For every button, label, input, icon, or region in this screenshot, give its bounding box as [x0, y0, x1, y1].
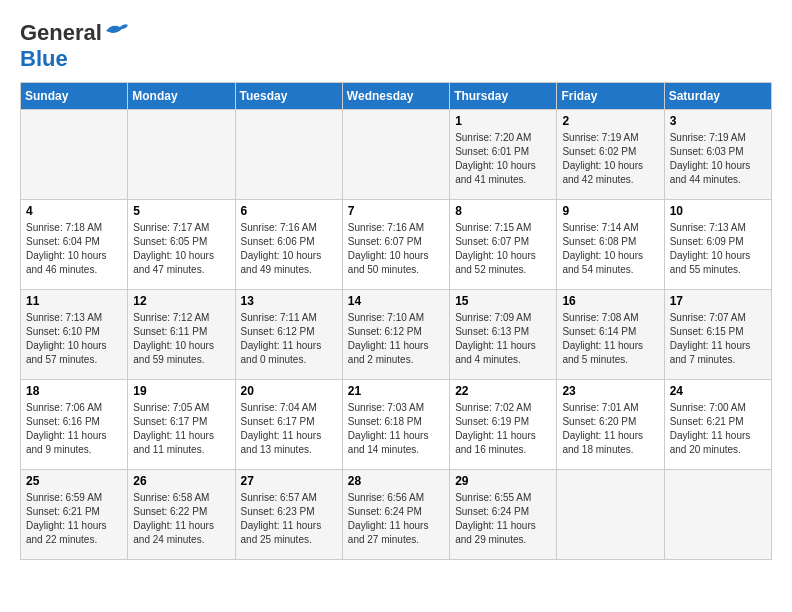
- day-info: Sunrise: 7:14 AMSunset: 6:08 PMDaylight:…: [562, 221, 658, 277]
- calendar-cell: 3Sunrise: 7:19 AMSunset: 6:03 PMDaylight…: [664, 110, 771, 200]
- day-number: 15: [455, 294, 551, 308]
- calendar-header-row: SundayMondayTuesdayWednesdayThursdayFrid…: [21, 83, 772, 110]
- calendar-cell: 27Sunrise: 6:57 AMSunset: 6:23 PMDayligh…: [235, 470, 342, 560]
- calendar-cell: [21, 110, 128, 200]
- day-number: 23: [562, 384, 658, 398]
- day-number: 1: [455, 114, 551, 128]
- day-info: Sunrise: 7:11 AMSunset: 6:12 PMDaylight:…: [241, 311, 337, 367]
- day-number: 4: [26, 204, 122, 218]
- calendar-cell: 26Sunrise: 6:58 AMSunset: 6:22 PMDayligh…: [128, 470, 235, 560]
- calendar-cell: 14Sunrise: 7:10 AMSunset: 6:12 PMDayligh…: [342, 290, 449, 380]
- calendar-cell: 22Sunrise: 7:02 AMSunset: 6:19 PMDayligh…: [450, 380, 557, 470]
- day-info: Sunrise: 7:16 AMSunset: 6:07 PMDaylight:…: [348, 221, 444, 277]
- calendar-cell: 9Sunrise: 7:14 AMSunset: 6:08 PMDaylight…: [557, 200, 664, 290]
- calendar-cell: 4Sunrise: 7:18 AMSunset: 6:04 PMDaylight…: [21, 200, 128, 290]
- day-info: Sunrise: 7:19 AMSunset: 6:03 PMDaylight:…: [670, 131, 766, 187]
- calendar-cell: 1Sunrise: 7:20 AMSunset: 6:01 PMDaylight…: [450, 110, 557, 200]
- day-number: 6: [241, 204, 337, 218]
- calendar-cell: 2Sunrise: 7:19 AMSunset: 6:02 PMDaylight…: [557, 110, 664, 200]
- day-number: 12: [133, 294, 229, 308]
- calendar-cell: 13Sunrise: 7:11 AMSunset: 6:12 PMDayligh…: [235, 290, 342, 380]
- day-number: 10: [670, 204, 766, 218]
- day-info: Sunrise: 7:17 AMSunset: 6:05 PMDaylight:…: [133, 221, 229, 277]
- column-header-friday: Friday: [557, 83, 664, 110]
- day-number: 14: [348, 294, 444, 308]
- calendar-week-5: 25Sunrise: 6:59 AMSunset: 6:21 PMDayligh…: [21, 470, 772, 560]
- calendar-cell: 18Sunrise: 7:06 AMSunset: 6:16 PMDayligh…: [21, 380, 128, 470]
- calendar-cell: 15Sunrise: 7:09 AMSunset: 6:13 PMDayligh…: [450, 290, 557, 380]
- day-info: Sunrise: 7:04 AMSunset: 6:17 PMDaylight:…: [241, 401, 337, 457]
- day-number: 25: [26, 474, 122, 488]
- day-number: 26: [133, 474, 229, 488]
- calendar-cell: [664, 470, 771, 560]
- day-info: Sunrise: 7:18 AMSunset: 6:04 PMDaylight:…: [26, 221, 122, 277]
- calendar-cell: 5Sunrise: 7:17 AMSunset: 6:05 PMDaylight…: [128, 200, 235, 290]
- day-number: 9: [562, 204, 658, 218]
- column-header-monday: Monday: [128, 83, 235, 110]
- day-info: Sunrise: 7:03 AMSunset: 6:18 PMDaylight:…: [348, 401, 444, 457]
- calendar-cell: 7Sunrise: 7:16 AMSunset: 6:07 PMDaylight…: [342, 200, 449, 290]
- calendar-body: 1Sunrise: 7:20 AMSunset: 6:01 PMDaylight…: [21, 110, 772, 560]
- page-header: General Blue: [20, 20, 772, 72]
- calendar-cell: 24Sunrise: 7:00 AMSunset: 6:21 PMDayligh…: [664, 380, 771, 470]
- day-info: Sunrise: 6:59 AMSunset: 6:21 PMDaylight:…: [26, 491, 122, 547]
- logo-general: General: [20, 20, 102, 46]
- day-number: 19: [133, 384, 229, 398]
- column-header-sunday: Sunday: [21, 83, 128, 110]
- calendar-cell: 19Sunrise: 7:05 AMSunset: 6:17 PMDayligh…: [128, 380, 235, 470]
- calendar-cell: [342, 110, 449, 200]
- calendar-cell: 16Sunrise: 7:08 AMSunset: 6:14 PMDayligh…: [557, 290, 664, 380]
- day-number: 8: [455, 204, 551, 218]
- calendar-cell: 12Sunrise: 7:12 AMSunset: 6:11 PMDayligh…: [128, 290, 235, 380]
- day-number: 17: [670, 294, 766, 308]
- calendar-cell: 23Sunrise: 7:01 AMSunset: 6:20 PMDayligh…: [557, 380, 664, 470]
- day-info: Sunrise: 7:02 AMSunset: 6:19 PMDaylight:…: [455, 401, 551, 457]
- logo-blue: Blue: [20, 46, 68, 72]
- day-info: Sunrise: 7:12 AMSunset: 6:11 PMDaylight:…: [133, 311, 229, 367]
- day-info: Sunrise: 7:16 AMSunset: 6:06 PMDaylight:…: [241, 221, 337, 277]
- calendar-table: SundayMondayTuesdayWednesdayThursdayFrid…: [20, 82, 772, 560]
- day-number: 22: [455, 384, 551, 398]
- day-number: 11: [26, 294, 122, 308]
- day-info: Sunrise: 7:13 AMSunset: 6:10 PMDaylight:…: [26, 311, 122, 367]
- day-number: 13: [241, 294, 337, 308]
- day-info: Sunrise: 7:05 AMSunset: 6:17 PMDaylight:…: [133, 401, 229, 457]
- day-info: Sunrise: 7:08 AMSunset: 6:14 PMDaylight:…: [562, 311, 658, 367]
- logo: General Blue: [20, 20, 130, 72]
- day-info: Sunrise: 7:00 AMSunset: 6:21 PMDaylight:…: [670, 401, 766, 457]
- calendar-cell: [235, 110, 342, 200]
- calendar-week-1: 1Sunrise: 7:20 AMSunset: 6:01 PMDaylight…: [21, 110, 772, 200]
- calendar-week-3: 11Sunrise: 7:13 AMSunset: 6:10 PMDayligh…: [21, 290, 772, 380]
- day-number: 2: [562, 114, 658, 128]
- calendar-cell: 25Sunrise: 6:59 AMSunset: 6:21 PMDayligh…: [21, 470, 128, 560]
- day-info: Sunrise: 6:57 AMSunset: 6:23 PMDaylight:…: [241, 491, 337, 547]
- day-info: Sunrise: 6:56 AMSunset: 6:24 PMDaylight:…: [348, 491, 444, 547]
- column-header-wednesday: Wednesday: [342, 83, 449, 110]
- day-number: 28: [348, 474, 444, 488]
- logo-bird-icon: [104, 21, 130, 41]
- calendar-cell: 29Sunrise: 6:55 AMSunset: 6:24 PMDayligh…: [450, 470, 557, 560]
- day-info: Sunrise: 7:19 AMSunset: 6:02 PMDaylight:…: [562, 131, 658, 187]
- day-info: Sunrise: 7:20 AMSunset: 6:01 PMDaylight:…: [455, 131, 551, 187]
- day-number: 16: [562, 294, 658, 308]
- calendar-cell: 8Sunrise: 7:15 AMSunset: 6:07 PMDaylight…: [450, 200, 557, 290]
- day-number: 21: [348, 384, 444, 398]
- day-info: Sunrise: 7:01 AMSunset: 6:20 PMDaylight:…: [562, 401, 658, 457]
- column-header-saturday: Saturday: [664, 83, 771, 110]
- day-info: Sunrise: 7:09 AMSunset: 6:13 PMDaylight:…: [455, 311, 551, 367]
- calendar-cell: 17Sunrise: 7:07 AMSunset: 6:15 PMDayligh…: [664, 290, 771, 380]
- day-number: 29: [455, 474, 551, 488]
- day-number: 18: [26, 384, 122, 398]
- day-info: Sunrise: 6:55 AMSunset: 6:24 PMDaylight:…: [455, 491, 551, 547]
- day-number: 5: [133, 204, 229, 218]
- day-number: 24: [670, 384, 766, 398]
- calendar-cell: 6Sunrise: 7:16 AMSunset: 6:06 PMDaylight…: [235, 200, 342, 290]
- day-number: 27: [241, 474, 337, 488]
- day-info: Sunrise: 7:13 AMSunset: 6:09 PMDaylight:…: [670, 221, 766, 277]
- column-header-thursday: Thursday: [450, 83, 557, 110]
- calendar-cell: 10Sunrise: 7:13 AMSunset: 6:09 PMDayligh…: [664, 200, 771, 290]
- day-info: Sunrise: 6:58 AMSunset: 6:22 PMDaylight:…: [133, 491, 229, 547]
- calendar-week-4: 18Sunrise: 7:06 AMSunset: 6:16 PMDayligh…: [21, 380, 772, 470]
- day-info: Sunrise: 7:15 AMSunset: 6:07 PMDaylight:…: [455, 221, 551, 277]
- calendar-cell: 20Sunrise: 7:04 AMSunset: 6:17 PMDayligh…: [235, 380, 342, 470]
